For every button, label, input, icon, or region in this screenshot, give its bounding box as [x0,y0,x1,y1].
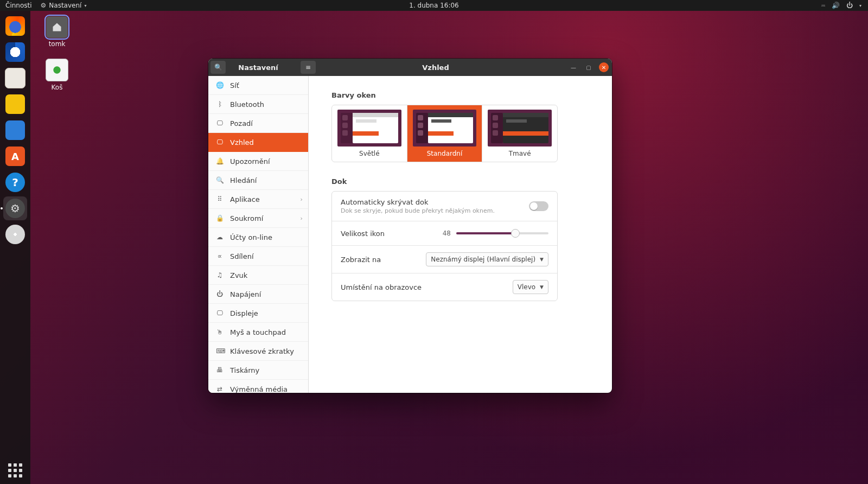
chevron-right-icon: › [301,196,303,203]
sidebar-item-label: Soukromí [230,214,263,222]
dock-settings-list: Automaticky skrývat dok Dok se skryje, p… [331,191,558,301]
hamburger-button[interactable]: ≡ [301,61,316,74]
menu-icon: ≡ [305,63,311,71]
sidebar-item-icon: 🖵 [216,309,224,317]
theme-label: Světlé [337,150,401,157]
sidebar-item-2[interactable]: 🖵Pozadí [208,114,308,133]
trash-icon [46,59,68,81]
section-title-dock: Dok [331,177,589,186]
slider-thumb[interactable] [511,229,520,238]
maximize-button[interactable]: ▢ [584,62,593,72]
sidebar-item-8[interactable]: ☁Účty on-line [208,228,308,247]
sidebar-item-label: Účty on-line [230,233,272,241]
sidebar-item-label: Pozadí [230,119,253,128]
sidebar-item-icon: 🖵 [216,138,224,146]
dock-firefox[interactable] [3,14,27,38]
search-button[interactable]: 🔍 [210,61,226,74]
sidebar-item-label: Vzhled [230,138,254,147]
row-subtitle: Dok se skryje, pokud bude překryt nějaký… [341,207,495,214]
dropdown-value: Vlevo [518,283,535,291]
row-label: Zobrazit na [341,256,381,264]
sidebar-item-4[interactable]: 🔔Upozornění [208,152,308,171]
icon-size-slider[interactable] [456,232,548,234]
sidebar-item-label: Výměnná média [230,385,288,393]
row-label: Velikost ikon [341,230,385,238]
show-applications[interactable] [0,463,30,477]
row-label: Automaticky skrývat dok [341,198,495,206]
theme-option-dark[interactable]: Tmavé [482,105,557,162]
system-status-area[interactable]: ⎓ 🔊 ⏻ ▾ [821,2,868,9]
chevron-down-icon: ▾ [84,3,86,8]
sidebar-item-icon: 🖵 [216,119,224,127]
sidebar-item-label: Napájení [230,290,261,298]
settings-sidebar: 🌐SíťᛒBluetooth🖵Pozadí🖵Vzhled🔔Upozornění🔍… [208,76,309,393]
dock-thunderbird[interactable] [3,40,27,64]
firefox-icon [5,16,25,36]
headerbar[interactable]: 🔍 Nastavení ≡ Vzhled — ▢ ✕ [208,59,612,76]
sidebar-item-icon: 🔔 [216,157,224,165]
sidebar-item-label: Bluetooth [230,100,264,109]
sidebar-item-icon: ∝ [216,252,224,260]
dock-help[interactable] [3,170,27,194]
sidebar-item-label: Aplikace [230,195,260,203]
sidebar-item-11[interactable]: ⏻Napájení [208,285,308,304]
show-on-dropdown[interactable]: Neznámý displej (Hlavní displej) ▼ [426,252,548,266]
sidebar-item-5[interactable]: 🔍Hledání [208,171,308,190]
sidebar-item-7[interactable]: 🔒Soukromí› [208,209,308,228]
theme-label: Standardní [413,150,477,157]
sidebar-item-12[interactable]: 🖵Displeje [208,304,308,323]
sidebar-item-1[interactable]: ᛒBluetooth [208,95,308,114]
sidebar-item-16[interactable]: ⇄Výměnná média [208,380,308,393]
section-title-window-colors: Barvy oken [331,91,589,99]
dock-disc[interactable] [3,222,27,246]
chevron-down-icon: ▼ [540,257,544,262]
home-folder-icon [46,16,68,38]
sidebar-item-6[interactable]: ⠿Aplikace› [208,190,308,209]
dock-writer[interactable] [3,118,27,142]
theme-preview-light [337,110,401,147]
search-icon: 🔍 [214,63,222,71]
disc-icon [5,225,25,244]
autohide-switch[interactable] [529,201,548,211]
help-icon [5,173,25,192]
minimize-icon: — [571,65,576,71]
activities-button[interactable]: Činnosti [5,2,32,9]
chevron-right-icon: › [301,215,303,222]
dock [0,11,30,484]
sidebar-item-3[interactable]: 🖵Vzhled [208,133,308,152]
theme-option-light[interactable]: Světlé [332,105,407,162]
thunderbird-icon [5,42,25,62]
rhythmbox-icon [5,94,25,114]
dock-rhythmbox[interactable] [3,92,27,116]
settings-content: Barvy oken Světlé Standardní [309,76,612,393]
settings-window: 🔍 Nastavení ≡ Vzhled — ▢ ✕ 🌐SíťᛒBluetoot… [208,59,612,393]
sidebar-item-icon: ⏻ [216,290,224,298]
sidebar-item-label: Tiskárny [230,366,259,374]
dock-files[interactable] [3,66,27,90]
dock-settings[interactable] [3,196,27,220]
files-icon [5,68,25,88]
settings-icon [5,199,25,218]
sidebar-item-icon: ♫ [216,271,224,279]
sidebar-item-14[interactable]: ⌨Klávesové zkratky [208,342,308,361]
dock-software[interactable] [3,144,27,168]
position-dropdown[interactable]: Vlevo ▼ [513,280,548,294]
desktop-icon-home[interactable]: tomk [38,16,76,48]
sidebar-item-label: Hledání [230,176,257,184]
theme-option-standard[interactable]: Standardní [407,105,482,162]
sidebar-item-13[interactable]: 🖱Myš a touchpad [208,323,308,342]
sidebar-item-10[interactable]: ♫Zvuk [208,266,308,285]
desktop-icon-trash[interactable]: Koš [38,59,76,91]
row-icon-size: Velikost ikon 48 [332,221,557,245]
app-menu[interactable]: ⚙ Nastavení ▾ [41,2,87,9]
sidebar-item-15[interactable]: 🖶Tiskárny [208,361,308,380]
theme-preview-standard [413,110,477,147]
sidebar-item-0[interactable]: 🌐Síť [208,76,308,95]
sidebar-item-icon: 🖶 [216,366,224,374]
sidebar-item-9[interactable]: ∝Sdílení [208,247,308,266]
clock[interactable]: 1. dubna 16:06 [409,2,458,9]
sidebar-item-icon: 🖱 [216,328,224,336]
close-button[interactable]: ✕ [599,62,609,72]
minimize-button[interactable]: — [569,62,578,72]
theme-preview-dark [488,110,552,147]
